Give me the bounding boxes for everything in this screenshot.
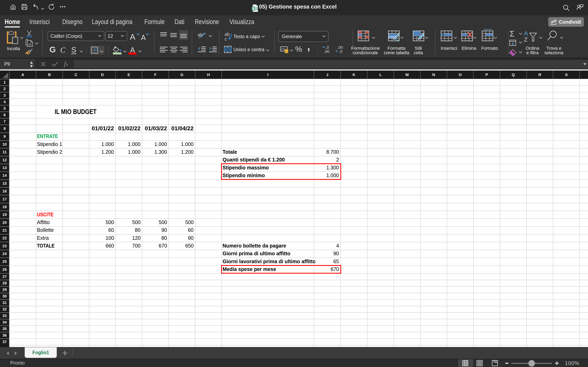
svg-text:,00: ,00 — [324, 49, 329, 54]
svg-text:ab: ab — [198, 32, 203, 38]
svg-text:c: c — [225, 36, 227, 42]
svg-text:,0: ,0 — [326, 45, 329, 50]
